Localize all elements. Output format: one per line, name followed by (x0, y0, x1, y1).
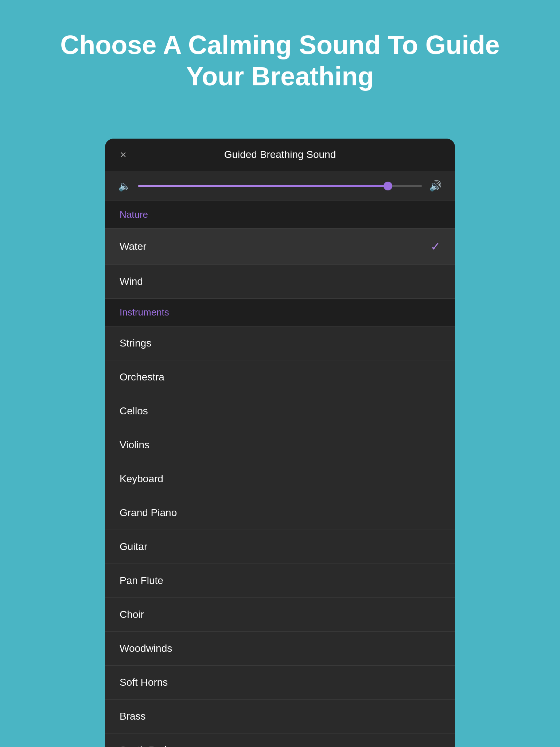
sound-item-violins[interactable]: Violins (105, 428, 455, 462)
sound-item-guitar[interactable]: Guitar (105, 530, 455, 564)
sound-item-strings[interactable]: Strings (105, 326, 455, 360)
sound-item-pan-flute[interactable]: Pan Flute (105, 564, 455, 598)
sound-item-instruments: Instruments (105, 299, 455, 326)
checkmark-icon: ✓ (431, 240, 440, 253)
volume-min-icon: 🔈 (118, 180, 131, 192)
sound-label-wind: Wind (120, 276, 143, 287)
sound-label-guitar: Guitar (120, 541, 147, 553)
sound-item-soft-horns[interactable]: Soft Horns (105, 666, 455, 700)
sound-label-instruments: Instruments (120, 307, 169, 318)
sound-label-water: Water (120, 241, 147, 252)
sound-item-wind[interactable]: Wind (105, 265, 455, 299)
sound-label-orchestra: Orchestra (120, 371, 164, 383)
sound-item-nature: Nature (105, 201, 455, 229)
volume-max-icon: 🔊 (429, 180, 442, 192)
sound-item-keyboard[interactable]: Keyboard (105, 462, 455, 496)
sound-item-brass[interactable]: Brass (105, 700, 455, 734)
volume-control: 🔈 🔊 (105, 171, 455, 201)
modal-header: × Guided Breathing Sound (105, 139, 455, 171)
modal-title: Guided Breathing Sound (224, 149, 336, 160)
sound-item-woodwinds[interactable]: Woodwinds (105, 632, 455, 666)
sound-label-woodwinds: Woodwinds (120, 643, 172, 654)
sound-item-cellos[interactable]: Cellos (105, 394, 455, 428)
sound-label-pan-flute: Pan Flute (120, 575, 163, 587)
sound-label-synth-pads: Synth Pads (120, 744, 172, 747)
sound-label-strings: Strings (120, 337, 151, 349)
sound-label-violins: Violins (120, 439, 149, 451)
sound-label-grand-piano: Grand Piano (120, 507, 177, 519)
sound-label-nature: Nature (120, 209, 148, 220)
volume-thumb (384, 182, 392, 190)
sound-label-cellos: Cellos (120, 405, 148, 417)
page-title: Choose A Calming Sound To Guide Your Bre… (0, 0, 560, 114)
sound-selection-modal: × Guided Breathing Sound 🔈 🔊 NatureWater… (105, 139, 455, 747)
volume-fill (138, 185, 388, 187)
sound-label-brass: Brass (120, 711, 146, 722)
sound-label-keyboard: Keyboard (120, 473, 163, 485)
sound-list: NatureWater✓WindInstrumentsStringsOrches… (105, 201, 455, 747)
sound-item-choir[interactable]: Choir (105, 598, 455, 632)
sound-item-synth-pads[interactable]: Synth Pads (105, 734, 455, 747)
sound-label-soft-horns: Soft Horns (120, 677, 168, 688)
close-button[interactable]: × (116, 147, 131, 162)
sound-label-choir: Choir (120, 609, 144, 620)
sound-item-grand-piano[interactable]: Grand Piano (105, 496, 455, 530)
sound-item-water[interactable]: Water✓ (105, 229, 455, 265)
sound-item-orchestra[interactable]: Orchestra (105, 360, 455, 394)
volume-track (138, 185, 422, 187)
